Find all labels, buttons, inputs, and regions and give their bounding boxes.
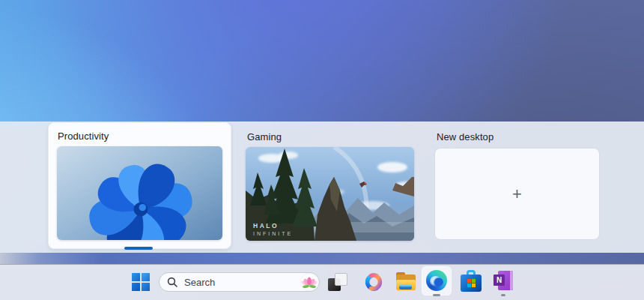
start-button[interactable]	[132, 273, 150, 291]
task-view-screen: Productivity	[0, 0, 644, 300]
onenote-button[interactable]: N	[493, 271, 513, 291]
copilot-icon	[363, 272, 384, 292]
halo-caption-line2: INFINITE	[253, 231, 293, 236]
onenote-letter: N	[496, 276, 502, 284]
halo-caption-line1: HALO	[253, 222, 279, 230]
desktop-thumbnail-gaming[interactable]: HALO INFINITE	[246, 147, 414, 241]
selected-desktop-indicator	[124, 247, 153, 250]
search-placeholder: Search	[184, 277, 300, 288]
copilot-button[interactable]	[363, 272, 384, 292]
windows-bloom-wallpaper	[57, 146, 222, 240]
plus-icon: +	[512, 186, 522, 202]
task-view-button[interactable]	[327, 272, 348, 292]
search-icon	[167, 277, 177, 287]
edge-icon	[426, 270, 447, 291]
onenote-running-indicator	[501, 294, 505, 296]
new-desktop-label: New desktop	[437, 131, 493, 142]
search-highlight-button[interactable]	[300, 273, 318, 291]
new-desktop-button[interactable]: +	[434, 148, 600, 240]
desktop-thumbnail-productivity[interactable]	[57, 146, 222, 240]
desktop-label-productivity[interactable]: Productivity	[58, 130, 109, 142]
windows-logo-icon	[132, 273, 140, 281]
wallpaper-strip	[0, 253, 644, 264]
desktop-label-gaming[interactable]: Gaming	[247, 131, 282, 142]
file-explorer-button[interactable]	[395, 272, 416, 292]
taskbar	[0, 264, 644, 300]
edge-running-indicator	[433, 294, 440, 296]
halo-infinite-screenshot: HALO INFINITE	[246, 147, 414, 241]
edge-button[interactable]	[422, 266, 452, 296]
search-input[interactable]: Search	[159, 272, 320, 292]
microsoft-store-button[interactable]	[461, 270, 482, 292]
lotus-flower-icon	[301, 273, 318, 291]
